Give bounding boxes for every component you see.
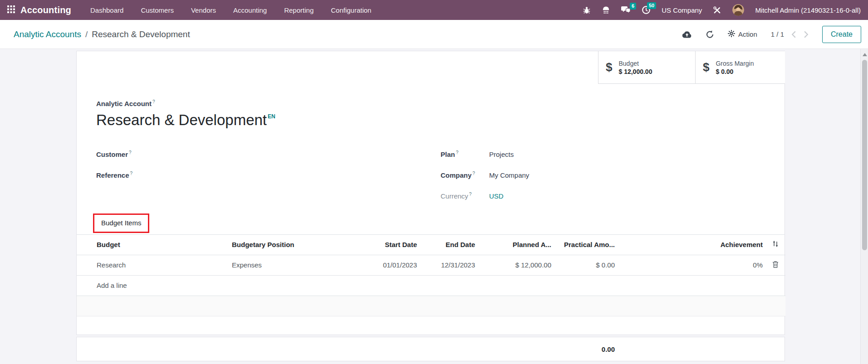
user-menu[interactable]: Mitchell Admin (21490321-16-0-all) bbox=[755, 6, 861, 14]
language-badge[interactable]: EN bbox=[268, 113, 275, 120]
control-panel-buttons: Action 1 / 1 Create bbox=[682, 26, 861, 43]
plan-label: Plan? bbox=[441, 150, 489, 158]
analytic-account-label: Analytic Account? bbox=[96, 99, 785, 107]
cell-start-date[interactable]: 01/01/2023 bbox=[340, 255, 422, 275]
cell-achievement[interactable]: 0% bbox=[620, 255, 765, 275]
gross-margin-stat-label: Gross Margin bbox=[716, 60, 754, 67]
gross-margin-stat-button[interactable]: $ Gross Margin $ 0.00 bbox=[695, 51, 785, 84]
bug-icon[interactable] bbox=[583, 5, 591, 15]
app-name[interactable]: Accounting bbox=[20, 5, 71, 15]
help-marker: ? bbox=[152, 99, 155, 104]
action-menu-button[interactable]: Action bbox=[728, 30, 757, 39]
top-navbar: Accounting Dashboard Customers Vendors A… bbox=[0, 0, 868, 20]
chevron-left-icon[interactable] bbox=[791, 30, 796, 39]
list-totals-footer: 0.00 bbox=[76, 337, 785, 361]
menu-configuration[interactable]: Configuration bbox=[331, 6, 371, 14]
reference-label: Reference? bbox=[96, 171, 132, 179]
cell-practical-amount[interactable]: $ 0.00 bbox=[557, 255, 620, 275]
trash-icon[interactable] bbox=[765, 255, 785, 275]
help-marker: ? bbox=[456, 150, 459, 155]
scrollbar-thumb[interactable] bbox=[862, 60, 867, 250]
add-line-row: Add a line bbox=[77, 275, 785, 296]
help-marker: ? bbox=[469, 192, 472, 197]
col-budgetary-position[interactable]: Budgetary Position bbox=[226, 235, 340, 255]
activities-icon[interactable]: 50 bbox=[642, 5, 651, 15]
title-block: Analytic Account? Research & Development… bbox=[96, 99, 785, 129]
pager-value: 1 / 1 bbox=[771, 30, 784, 38]
messages-count-badge: 6 bbox=[630, 3, 636, 10]
table-header-row: Budget Budgetary Position Start Date End… bbox=[77, 235, 785, 255]
budget-items-table: Budget Budgetary Position Start Date End… bbox=[77, 235, 785, 335]
systray: 6 50 US Company Mitchell Admin (21490321… bbox=[583, 4, 861, 16]
gear-icon bbox=[728, 30, 735, 39]
help-marker: ? bbox=[130, 171, 133, 176]
cell-budgetary-position[interactable]: Expenses bbox=[226, 255, 340, 275]
menu-dashboard[interactable]: Dashboard bbox=[90, 6, 123, 14]
fields-left-column: Customer? Reference? bbox=[96, 144, 441, 206]
currency-value-link[interactable]: USD bbox=[489, 192, 504, 200]
breadcrumb-parent-link[interactable]: Analytic Accounts bbox=[14, 29, 81, 39]
analytic-account-name-field[interactable]: Research & DevelopmentEN bbox=[96, 111, 785, 129]
messages-icon[interactable]: 6 bbox=[621, 6, 631, 15]
budget-stat-button[interactable]: $ Budget $ 12,000.00 bbox=[598, 51, 695, 84]
stat-button-box: $ Budget $ 12,000.00 $ Gross Margin $ 0.… bbox=[598, 51, 785, 84]
col-practical-amount[interactable]: Practical Amo... bbox=[557, 235, 620, 255]
col-start-date[interactable]: Start Date bbox=[340, 235, 422, 255]
discard-icon[interactable] bbox=[706, 30, 714, 39]
breadcrumb-separator: / bbox=[85, 29, 88, 39]
optional-columns-icon[interactable] bbox=[765, 235, 785, 255]
dollar-icon: $ bbox=[703, 60, 709, 74]
col-budget[interactable]: Budget bbox=[77, 235, 226, 255]
company-label: Company? bbox=[441, 171, 489, 179]
cell-budget[interactable]: Research bbox=[77, 255, 226, 275]
cell-end-date[interactable]: 12/31/2023 bbox=[422, 255, 481, 275]
odoo-accounting-app: Accounting Dashboard Customers Vendors A… bbox=[0, 0, 868, 364]
col-planned-amount[interactable]: Planned A... bbox=[481, 235, 557, 255]
scroll-up-icon[interactable] bbox=[863, 53, 867, 56]
cell-planned-amount[interactable]: $ 12,000.00 bbox=[481, 255, 557, 275]
tab-budget-items[interactable]: Budget Items bbox=[101, 219, 141, 227]
company-value[interactable]: My Company bbox=[489, 171, 529, 179]
form-fields: Customer? Reference? Plan? Projects Comp… bbox=[96, 144, 785, 206]
empty-row bbox=[77, 296, 785, 316]
cloud-save-icon[interactable] bbox=[682, 31, 692, 38]
col-achievement[interactable]: Achievement bbox=[620, 235, 765, 255]
avatar[interactable] bbox=[732, 4, 744, 16]
breadcrumb: Analytic Accounts / Research & Developme… bbox=[14, 29, 190, 39]
empty-row bbox=[77, 316, 785, 335]
create-button[interactable]: Create bbox=[822, 26, 861, 43]
fields-right-column: Plan? Projects Company? My Company Curre… bbox=[441, 144, 529, 206]
budget-stat-value: $ 12,000.00 bbox=[618, 68, 652, 75]
apps-menu-button[interactable]: Accounting bbox=[7, 5, 71, 15]
help-marker: ? bbox=[472, 171, 475, 176]
activities-count-badge: 50 bbox=[647, 2, 656, 9]
menu-customers[interactable]: Customers bbox=[141, 6, 174, 14]
annotation-box: Budget Items bbox=[93, 214, 149, 233]
store-icon[interactable] bbox=[602, 5, 610, 15]
currency-label: Currency? bbox=[441, 192, 489, 200]
plan-value[interactable]: Projects bbox=[489, 150, 514, 158]
vertical-scrollbar[interactable] bbox=[860, 49, 868, 364]
content-area: $ Budget $ 12,000.00 $ Gross Margin $ 0.… bbox=[0, 49, 868, 364]
practical-amount-total: 0.00 bbox=[77, 345, 620, 353]
gross-margin-stat-value: $ 0.00 bbox=[716, 68, 754, 75]
col-end-date[interactable]: End Date bbox=[422, 235, 481, 255]
budget-stat-label: Budget bbox=[618, 60, 652, 67]
help-marker: ? bbox=[129, 150, 132, 155]
budget-line-row[interactable]: Research Expenses 01/01/2023 12/31/2023 … bbox=[77, 255, 785, 275]
chevron-right-icon[interactable] bbox=[804, 30, 809, 39]
pager: 1 / 1 bbox=[771, 30, 809, 39]
add-line-button[interactable]: Add a line bbox=[77, 275, 785, 296]
customer-label: Customer? bbox=[96, 150, 132, 158]
form-sheet: $ Budget $ 12,000.00 $ Gross Margin $ 0.… bbox=[76, 51, 785, 335]
tools-icon[interactable] bbox=[713, 6, 721, 15]
breadcrumb-current: Research & Development bbox=[92, 29, 190, 39]
menu-vendors[interactable]: Vendors bbox=[191, 6, 216, 14]
apps-grid-icon[interactable] bbox=[7, 5, 15, 15]
menu-accounting[interactable]: Accounting bbox=[233, 6, 267, 14]
company-switcher[interactable]: US Company bbox=[662, 6, 702, 14]
control-panel: Analytic Accounts / Research & Developme… bbox=[0, 20, 868, 49]
action-label: Action bbox=[738, 30, 757, 38]
dollar-icon: $ bbox=[606, 60, 612, 74]
menu-reporting[interactable]: Reporting bbox=[284, 6, 314, 14]
